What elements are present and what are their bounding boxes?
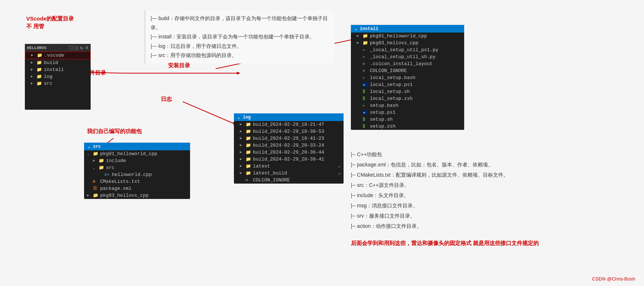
item-label: src <box>44 81 52 86</box>
tree-item-helloworld[interactable]: ► C+ helloworld.cpp <box>84 171 190 178</box>
arrow-icon: ► <box>31 53 35 57</box>
arrow-icon: ► <box>31 68 35 72</box>
tree-item-build3[interactable]: ► 📁 build_2024-02-29_18-41-23 <box>234 135 344 142</box>
br-line-1: |-- package.xml：包信息，比如：包名、版本、作者、依赖项。 <box>351 159 632 170</box>
tree-item-src[interactable]: ► 📁 src <box>25 80 91 87</box>
tree-item-latest[interactable]: ► 📁 latest ↵ <box>234 163 344 170</box>
top-description: |--- build：存储中间文件的目录，该目录下会为每一个功能包创建一个单独子… <box>144 10 334 64</box>
desc-line-4: |--- src：用于存储功能包源码的目录。 <box>151 51 329 60</box>
tree-item-local-setup-sh[interactable]: ► $ local_setup.sh <box>351 88 464 95</box>
tree-item-colcon-install-layout[interactable]: ► ≡ .colcon_install_layout <box>351 60 464 67</box>
arrow-icon: ► <box>31 61 35 65</box>
desc-line-2: |--- install：安装目录，该目录下会为每一个功能包创建一个单独子目录。 <box>151 32 329 41</box>
folder-icon: 📁 <box>37 67 42 72</box>
tree-item-local-setup-zsh[interactable]: ► $ local_setup.zsh <box>351 95 464 102</box>
bottom-right-description: |-- C++功能包 |-- package.xml：包信息，比如：包名、版本、… <box>351 149 632 249</box>
item-label: log <box>44 74 52 79</box>
tree-item-cmake[interactable]: ► M CMakeLists.txt <box>84 178 190 185</box>
src-file-explorer: ⌄ src ⌄ 📁 pkg01_helloworld_cpp ► 📁 inclu… <box>84 143 190 199</box>
tree-item-vscode[interactable]: ► 📁 .vscode <box>25 52 91 59</box>
tree-item-build1[interactable]: ► 📁 build_2024-02-29_18-21-47 <box>234 121 344 128</box>
tree-item-install-pkg01[interactable]: ► 📁 pkg01_helloworld_cpp <box>351 33 464 39</box>
annotation-vscode: VScode的配置目录不 用管 <box>26 15 77 30</box>
tree-item-package-xml[interactable]: ► 🖹 package.xml <box>84 185 190 192</box>
helloros-file-explorer: HELLOROS □ ▢ ↻ ≡ ► 📁 .vscode ► 📁 build ►… <box>25 44 91 110</box>
src-panel-header: ⌄ src <box>84 143 190 150</box>
tree-item-include[interactable]: ► 📁 include <box>84 157 190 164</box>
br-line-7: |-- action：动作接口文件目录。 <box>351 221 632 231</box>
tree-item-local-setup-ps1[interactable]: ► ▶ local_setup.ps1 <box>351 81 464 88</box>
tree-item-local-setup-bash[interactable]: ► ▹ local_setup.bash <box>351 74 464 81</box>
br-footer: 后面会学到和用到这些，雷达和摄像头的固定格式 就是用这些接口文件规定的 <box>351 238 632 249</box>
tree-item-setup-ps1[interactable]: ► ▶ setup.ps1 <box>351 109 464 116</box>
br-line-0: |-- C++功能包 <box>351 149 632 159</box>
desc-line-1: |--- build：存储中间文件的目录，该目录下会为每一个功能包创建一个单独子… <box>151 14 329 32</box>
arrow-icon: ► <box>31 82 35 86</box>
log-panel-header: ⌄ log <box>234 113 344 121</box>
tree-item-install-colcon-ignore[interactable]: ► ≡ COLCON_IGNORE <box>351 67 464 74</box>
folder-icon: 📁 <box>37 53 43 58</box>
tree-item-install-pkg03[interactable]: ► 📁 pkg03_hellovs_cpp <box>351 39 464 46</box>
panel-toolbar: HELLOROS □ ▢ ↻ ≡ <box>25 44 91 52</box>
tree-item-build2[interactable]: ► 📁 build_2024-02-29_18-30-53 <box>234 128 344 135</box>
install-file-explorer: ⌄ install ► 📁 pkg01_helloworld_cpp ► 📁 p… <box>351 25 464 130</box>
refresh-icon[interactable]: ↻ <box>80 45 83 51</box>
tree-item-setup-bash[interactable]: ► ▹ setup.bash <box>351 102 464 109</box>
new-folder-icon[interactable]: ▢ <box>75 45 78 51</box>
annotation-log: 日志 <box>161 95 172 103</box>
br-line-4: |-- include：头文件目录。 <box>351 190 632 200</box>
collapse-icon[interactable]: ≡ <box>86 45 88 51</box>
panel-title: HELLOROS <box>27 46 67 50</box>
arrow-icon: ► <box>31 75 35 79</box>
tree-item-setup-zsh[interactable]: ► $ setup.zsh <box>351 123 464 130</box>
annotation-install: 安装目录 <box>168 61 190 69</box>
tree-item-install[interactable]: ► 📁 install <box>25 66 91 73</box>
tree-item-latest-build[interactable]: ► 📁 latest_build ↵ <box>234 170 344 177</box>
tree-item-build4[interactable]: ► 📁 build_2024-02-29_20-33-24 <box>234 142 344 149</box>
br-line-5: |-- msg：消息接口文件目录。 <box>351 200 632 211</box>
item-label: .vscode <box>44 53 64 58</box>
item-label: install <box>44 67 64 72</box>
tree-item-log[interactable]: ► 📁 log <box>25 73 91 80</box>
br-line-2: |-- CMakeLists.txt：配置编译规则，比如源文件、依赖项、目标文件… <box>351 170 632 180</box>
tree-item-src-sub[interactable]: ⌄ 📁 src <box>84 164 190 171</box>
folder-icon: 📁 <box>37 81 42 86</box>
tree-item-colcon-ignore[interactable]: ► ≡ COLCON_IGNORE <box>234 177 344 184</box>
watermark: CSDN @Chris-Bosh <box>592 276 635 282</box>
tree-item-build[interactable]: ► 📁 build <box>25 59 91 66</box>
br-line-6: |-- srv：服务接口文件目录。 <box>351 211 632 221</box>
folder-icon: 📁 <box>37 60 42 65</box>
install-panel-header: ⌄ install <box>351 25 464 33</box>
tree-item-setup-util-sh[interactable]: ► ● _local_setup_util_sh.py <box>351 53 464 60</box>
tree-item-setup-util-ps1[interactable]: ► ● _local_setup_util_ps1.py <box>351 46 464 53</box>
tree-item-pkg01[interactable]: ⌄ 📁 pkg01_helloworld_cpp <box>84 150 190 157</box>
desc-line-3: |--- log：日志目录，用于存储日志文件。 <box>151 42 329 51</box>
folder-icon: 📁 <box>37 74 42 79</box>
br-line-3: |-- src：C++源文件目录。 <box>351 180 632 190</box>
new-file-icon[interactable]: □ <box>69 45 72 51</box>
tree-item-setup-sh[interactable]: ► $ setup.sh <box>351 116 464 123</box>
log-file-explorer: ⌄ log ► 📁 build_2024-02-29_18-21-47 ► 📁 … <box>234 113 344 184</box>
annotation-packages: 我们自己编写的功能包 <box>87 127 142 135</box>
svg-marker-4 <box>237 72 240 75</box>
svg-line-7 <box>183 102 234 124</box>
tree-item-build5[interactable]: ► 📁 build_2024-02-29_20-36-44 <box>234 149 344 156</box>
tree-item-build6[interactable]: ► 📁 build_2024-02-29_20-39-41 <box>234 156 344 163</box>
tree-item-pkg03[interactable]: ► 📁 pkg03_hellovs_cpp <box>84 192 190 199</box>
expand-arrow: ⌄ <box>88 144 93 149</box>
item-label: build <box>44 60 58 65</box>
